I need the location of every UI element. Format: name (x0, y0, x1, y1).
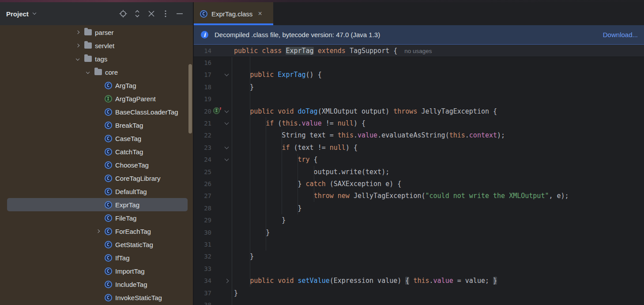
code-text: } (232, 204, 302, 212)
code-text: } (232, 252, 254, 260)
usages-inlay-hint: no usages (404, 48, 432, 54)
token-d (234, 107, 250, 115)
tree-item-importtag[interactable]: CImportTag (7, 264, 188, 278)
token-s: "could not write the XMLOutput" (426, 192, 549, 200)
tree-item-label: InvokeStaticTag (115, 294, 162, 301)
project-title-chevron-icon[interactable] (33, 11, 36, 15)
code-line-20[interactable]: 20I↑ public void doTag(XMLOutput output)… (194, 105, 644, 117)
code-line-16[interactable]: 16 (194, 57, 644, 69)
code-text: if (this.value != null) { (232, 119, 365, 127)
project-tree: parserservlettagscoreCArgTagIArgTagParen… (0, 25, 193, 305)
fold-expanded-icon[interactable] (225, 121, 229, 125)
line-number: 29 (194, 217, 211, 224)
indent-guide (250, 57, 250, 287)
token-d: output.write(text); (234, 168, 389, 176)
chevron-down-icon[interactable] (83, 71, 93, 73)
tree-item-servlet[interactable]: servlet (7, 39, 188, 52)
token-k: try (298, 156, 310, 164)
locate-icon[interactable] (116, 7, 130, 21)
tab-close-icon[interactable]: × (258, 10, 262, 17)
chevron-down-icon[interactable] (73, 57, 83, 60)
tree-item-choosetag[interactable]: CChooseTag (7, 158, 188, 172)
code-text: } (232, 216, 286, 224)
tree-scrollbar[interactable] (188, 64, 192, 133)
code-line-32[interactable]: 32 } (194, 251, 644, 263)
code-line-26[interactable]: 26 } catch (SAXException e) { (194, 178, 644, 190)
tree-item-casetag[interactable]: CCaseTag (7, 132, 188, 145)
tree-item-defaulttag[interactable]: CDefaultTag (7, 185, 188, 198)
tree-item-tags[interactable]: tags (7, 52, 188, 65)
collapse-all-icon[interactable] (144, 7, 158, 21)
class-icon: C (103, 122, 113, 129)
code-line-24[interactable]: 24 try { (194, 154, 644, 166)
code-line-18[interactable]: 18 } (194, 81, 644, 93)
line-number: 21 (194, 120, 211, 127)
class-icon: C (103, 254, 113, 262)
tree-item-label: tags (95, 55, 107, 63)
tree-item-argtag[interactable]: CArgTag (7, 79, 188, 92)
code-line-37[interactable]: 37} (194, 287, 644, 299)
fold-expanded-icon[interactable] (225, 72, 229, 76)
tree-item-includetag[interactable]: CIncludeTag (7, 278, 188, 291)
tree-item-label: BaseClassLoaderTag (115, 108, 178, 116)
code-line-19[interactable]: 19 (194, 93, 644, 105)
token-k: catch (306, 180, 326, 188)
tree-item-label: BreakTag (115, 122, 143, 129)
indent-guide (314, 166, 314, 202)
tree-item-catchtag[interactable]: CCatchTag (7, 145, 188, 158)
chevron-right-icon[interactable] (93, 230, 103, 233)
tree-item-argtagparent[interactable]: IArgTagParent (7, 92, 188, 105)
chevron-right-icon[interactable] (73, 44, 83, 47)
fold-expanded-icon[interactable] (225, 108, 229, 113)
tree-item-parser[interactable]: parser (7, 26, 188, 39)
token-d: (Expression value) (330, 277, 406, 285)
token-f: value (358, 131, 377, 139)
tree-item-invokestatictag[interactable]: CInvokeStaticTag (7, 291, 188, 304)
code-line-38[interactable]: 38 (194, 299, 644, 305)
code-line-17[interactable]: 17 public ExprTag() { (194, 69, 644, 81)
tree-item-getstatictag[interactable]: CGetStaticTag (7, 238, 188, 251)
fold-collapsed-icon[interactable] (225, 278, 229, 283)
tree-item-foreachtag[interactable]: CForEachTag (7, 225, 188, 238)
tree-item-iftag[interactable]: CIfTag (7, 251, 188, 264)
more-options-icon[interactable] (158, 7, 173, 21)
code-line-14[interactable]: 14public class ExprTag extends TagSuppor… (194, 45, 644, 57)
token-d: . (354, 131, 358, 139)
token-k: this (282, 119, 298, 127)
chevron-right-icon[interactable] (73, 31, 83, 34)
tree-item-filetag[interactable]: CFileTag (7, 211, 188, 225)
code-line-33[interactable]: 33 (194, 263, 644, 274)
code-line-29[interactable]: 29 } (194, 214, 644, 226)
tab-exprtag-class[interactable]: C ExprTag.class × (194, 2, 273, 25)
class-icon: C (103, 108, 113, 116)
tree-item-core[interactable]: core (7, 65, 188, 79)
tree-item-exprtag[interactable]: CExprTag (7, 198, 188, 211)
code-line-31[interactable]: 31 (194, 238, 644, 250)
hide-panel-icon[interactable] (173, 7, 187, 21)
code-line-21[interactable]: 21 if (this.value != null) { (194, 117, 644, 129)
token-d: (SAXException e) { (326, 180, 402, 188)
line-number: 25 (194, 168, 211, 175)
code-line-28[interactable]: 28 } (194, 202, 644, 214)
fold-expanded-icon[interactable] (225, 157, 229, 161)
tree-item-baseclassloadertag[interactable]: CBaseClassLoaderTag (7, 105, 188, 118)
code-line-30[interactable]: 30 } (194, 226, 644, 238)
code-line-34[interactable]: 34 public void setValue(Expression value… (194, 274, 644, 286)
token-k: this (449, 131, 465, 139)
code-line-22[interactable]: 22 String text = this.value.evaluateAsSt… (194, 130, 644, 141)
expand-collapse-icon[interactable] (130, 7, 144, 21)
download-link[interactable]: Download... (603, 31, 638, 38)
project-panel-title[interactable]: Project (6, 10, 29, 18)
code-line-23[interactable]: 23 if (text != null) { (194, 141, 644, 153)
gutter: 22 (194, 130, 232, 141)
tree-item-coretaglibrary[interactable]: CCoreTagLibrary (7, 172, 188, 185)
fold-expanded-icon[interactable] (225, 145, 229, 149)
tree-item-breaktag[interactable]: CBreakTag (7, 118, 188, 132)
code-editor[interactable]: 14public class ExprTag extends TagSuppor… (194, 45, 644, 305)
gutter: 26 (194, 178, 232, 190)
code-line-27[interactable]: 27 throw new JellyTagException("could no… (194, 190, 644, 202)
token-d: () { (306, 71, 322, 79)
code-line-25[interactable]: 25 output.write(text); (194, 166, 644, 178)
token-m: ExprTag (278, 71, 305, 79)
class-icon: C (103, 294, 113, 301)
